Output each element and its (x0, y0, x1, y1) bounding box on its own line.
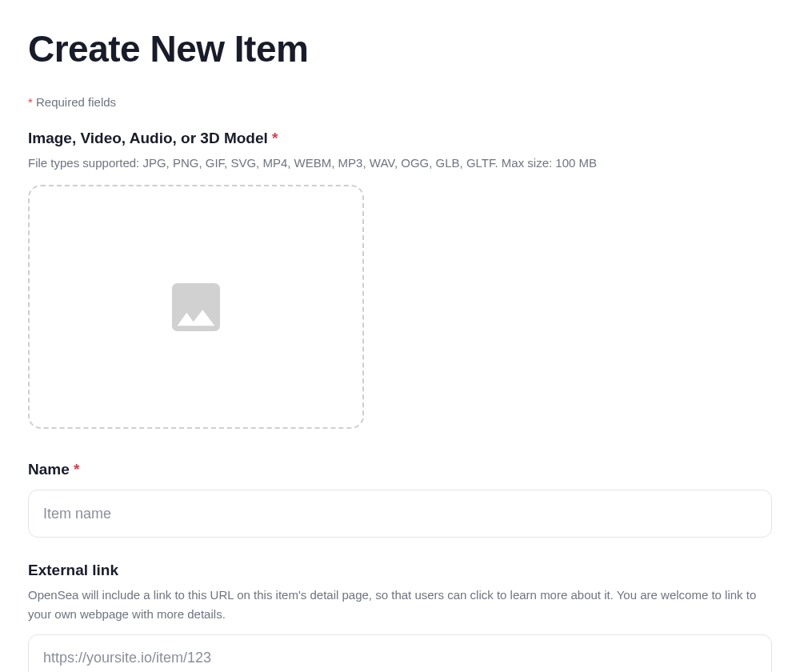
external-link-help: OpenSea will include a link to this URL … (28, 586, 772, 623)
media-section: Image, Video, Audio, or 3D Model * File … (28, 130, 772, 429)
media-asterisk: * (272, 130, 278, 146)
page-title: Create New Item (28, 27, 772, 71)
external-link-label: External link (28, 562, 772, 579)
media-upload-dropzone[interactable] (28, 185, 364, 429)
name-label-text: Name (28, 461, 74, 478)
name-input[interactable] (28, 490, 772, 538)
external-link-section: External link OpenSea will include a lin… (28, 562, 772, 672)
media-help-text: File types supported: JPG, PNG, GIF, SVG… (28, 154, 772, 172)
name-asterisk: * (74, 461, 79, 478)
required-legend-text: Required fields (33, 95, 116, 109)
required-fields-legend: * Required fields (28, 95, 772, 109)
name-label: Name * (28, 461, 772, 478)
media-label-text: Image, Video, Audio, or 3D Model (28, 130, 272, 146)
media-label: Image, Video, Audio, or 3D Model * (28, 130, 772, 147)
image-placeholder-icon (164, 275, 228, 339)
external-link-input[interactable] (28, 634, 772, 672)
name-section: Name * (28, 461, 772, 538)
